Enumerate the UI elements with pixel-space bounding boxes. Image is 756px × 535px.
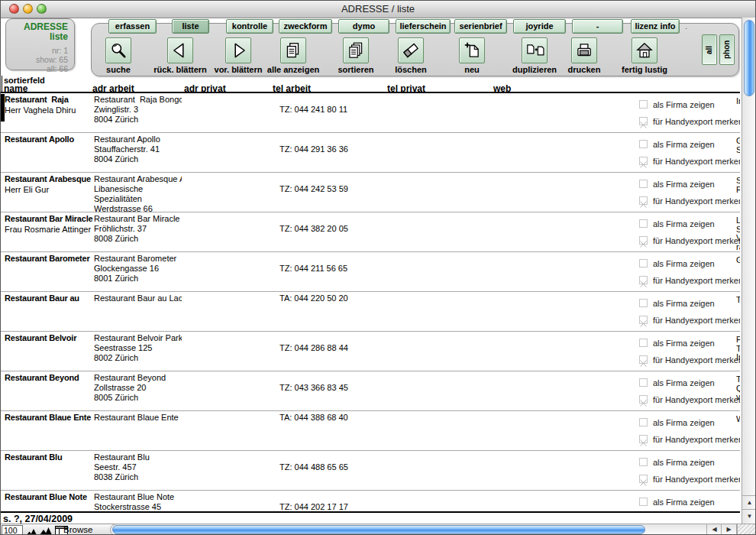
- handyexport-checkbox[interactable]: [639, 395, 648, 404]
- scroll-down-arrow[interactable]: ▼: [742, 509, 756, 524]
- table-row[interactable]: Restaurant Blaue EnteRestaurant Blaue En…: [1, 411, 740, 451]
- tab-serienbrief[interactable]: serienbrief: [454, 19, 507, 34]
- record-tel-arbeit: TZ: 043 366 83 45: [279, 383, 348, 392]
- scroll-right-arrow[interactable]: ▶: [721, 524, 736, 535]
- table-row[interactable]: Restaurant BarometerRestaurant Barometer…: [1, 252, 740, 292]
- sortieren-button[interactable]: [343, 37, 369, 63]
- firma-checkbox[interactable]: [639, 180, 648, 188]
- new-document-icon: [462, 41, 482, 60]
- handyexport-checkbox[interactable]: [639, 355, 648, 364]
- vertical-scrollbar-thumb[interactable]: [744, 20, 754, 96]
- checkbox-label: als Firma zeigen: [653, 339, 715, 348]
- tab-erfassen[interactable]: erfassen: [108, 19, 157, 34]
- record-tel-arbeit: TZ: 044 488 65 65: [279, 462, 348, 472]
- table-row[interactable]: Restaurant BelvoirRestaurant Belvoir Par…: [1, 332, 740, 371]
- record-adr-arbeit: Restaurant Arabesque AGLibanesischeSpezi…: [94, 174, 182, 212]
- checkbox-label: für Handyexport merken: [653, 157, 740, 166]
- tab-kontrolle[interactable]: kontrolle: [226, 19, 273, 34]
- title-bar[interactable]: ADRESSE / liste: [1, 1, 755, 18]
- horizontal-scrollbar-thumb[interactable]: [112, 525, 645, 534]
- window-title: ADRESSE / liste: [1, 3, 755, 15]
- firma-checkbox[interactable]: [639, 378, 648, 387]
- all-filter-button[interactable]: all: [702, 34, 717, 65]
- table-row[interactable]: Restaurant Blue NoteRestaurant Blue Note…: [1, 491, 740, 511]
- firma-checkbox[interactable]: [639, 498, 648, 506]
- record-name: Restaurant Blu: [5, 452, 62, 462]
- vor-blaettern-label: vor. blättern: [215, 65, 263, 74]
- record-adr-arbeit: Restaurant Blue NoteStockerstrasse 45: [94, 492, 182, 511]
- tab-lieferschein[interactable]: lieferschein: [396, 19, 451, 34]
- record-list: Restaurant RajaHerr Vaghela DhiruRestaur…: [1, 93, 740, 511]
- tab-dymo[interactable]: dymo: [338, 19, 389, 34]
- table-row[interactable]: Restaurant BeyondRestaurant BeyondZollst…: [1, 371, 740, 411]
- eraser-icon: [401, 41, 421, 60]
- neu-button[interactable]: [459, 37, 485, 63]
- firma-checkbox[interactable]: [639, 100, 648, 109]
- scroll-left-arrow[interactable]: ◀: [706, 524, 722, 535]
- checkbox-label: als Firma zeigen: [653, 299, 715, 308]
- firma-checkbox[interactable]: [639, 299, 648, 307]
- record-tel-arbeit: TA: 044 388 68 40: [279, 413, 348, 422]
- record-clipped-text: In: [736, 97, 740, 106]
- fertig-lustig-button[interactable]: [632, 37, 657, 63]
- neu-label: neu: [464, 65, 480, 74]
- table-row[interactable]: Restaurant ArabesqueHerr Eli GurRestaura…: [1, 173, 740, 212]
- tab-dash[interactable]: -: [572, 19, 623, 34]
- record-name: Restaurant Belvoir: [5, 333, 76, 342]
- handyexport-checkbox[interactable]: [639, 196, 648, 205]
- rueck-blaettern-button[interactable]: [167, 37, 193, 63]
- checkbox-label: für Handyexport merken: [653, 117, 740, 126]
- horizontal-scrollbar[interactable]: ◀ ▶: [110, 524, 737, 535]
- window-resize-grip[interactable]: [737, 524, 756, 535]
- zoom-level-box[interactable]: 100: [2, 525, 23, 535]
- table-row[interactable]: Restaurant Bar MiracleFrau Rosmarie Atti…: [1, 212, 740, 252]
- phon-filter-button[interactable]: phon: [719, 34, 735, 65]
- checkbox-label: als Firma zeigen: [653, 259, 715, 268]
- handyexport-checkbox[interactable]: [639, 236, 648, 245]
- table-row[interactable]: Restaurant RajaHerr Vaghela DhiruRestaur…: [1, 93, 740, 133]
- tab-joyride[interactable]: joyride: [513, 19, 566, 34]
- table-row[interactable]: Restaurant BluRestaurant BluSeestr. 4578…: [1, 451, 740, 491]
- alle-anzeigen-button[interactable]: [280, 37, 306, 63]
- record-adr-arbeit: Restaurant ApolloStauffacherstr. 418004 …: [94, 135, 182, 173]
- vertical-scrollbar[interactable]: ▲ ▼: [741, 18, 756, 524]
- record-clipped-text: W: [736, 415, 740, 424]
- checkbox-label: für Handyexport merken: [653, 236, 740, 245]
- record-clipped-text: FiTiIn: [736, 336, 740, 362]
- checkbox-label: für Handyexport merken: [653, 475, 740, 484]
- duplizieren-button[interactable]: [522, 37, 548, 63]
- suche-button[interactable]: [105, 37, 131, 63]
- mode-popup[interactable]: Browse: [63, 525, 92, 534]
- firma-checkbox[interactable]: [639, 140, 648, 148]
- zoom-out-button[interactable]: [24, 525, 39, 535]
- drucken-button[interactable]: [571, 37, 597, 63]
- firma-checkbox[interactable]: [639, 259, 648, 268]
- record-adr-arbeit: Restaurant Baur au Lac: [94, 293, 182, 332]
- tab-zweckform[interactable]: zweckform: [279, 19, 332, 34]
- loeschen-button[interactable]: [398, 37, 424, 63]
- handyexport-checkbox[interactable]: [639, 435, 648, 443]
- zoom-in-icon: [40, 527, 53, 535]
- checkbox-label: für Handyexport merken: [653, 316, 740, 325]
- scroll-up-arrow[interactable]: ▲: [742, 495, 756, 510]
- handyexport-checkbox[interactable]: [639, 157, 648, 165]
- table-row[interactable]: Restaurant Baur auRestaurant Baur au Lac…: [1, 292, 740, 332]
- record-clipped-text: GS: [736, 137, 740, 154]
- handyexport-checkbox[interactable]: [639, 316, 648, 324]
- handyexport-checkbox[interactable]: [639, 117, 648, 125]
- tab-lizenz-info[interactable]: lizenz info: [631, 19, 680, 34]
- vor-blaettern-button[interactable]: [225, 37, 251, 63]
- handyexport-checkbox[interactable]: [639, 276, 648, 284]
- zoom-in-button[interactable]: [39, 525, 53, 535]
- firma-checkbox[interactable]: [639, 458, 648, 466]
- firma-checkbox[interactable]: [639, 219, 648, 228]
- tab-liste[interactable]: liste: [172, 19, 209, 34]
- firma-checkbox[interactable]: [639, 418, 648, 426]
- firma-checkbox[interactable]: [639, 339, 648, 347]
- table-row[interactable]: Restaurant ApolloRestaurant ApolloStauff…: [1, 133, 740, 173]
- handyexport-checkbox[interactable]: [639, 475, 648, 483]
- record-person: Herr Vaghela Dhiru: [5, 105, 76, 115]
- record-tel-arbeit: TA: 044 220 50 20: [279, 293, 348, 303]
- magnifier-icon: [108, 41, 128, 60]
- checkbox-label: als Firma zeigen: [653, 378, 715, 387]
